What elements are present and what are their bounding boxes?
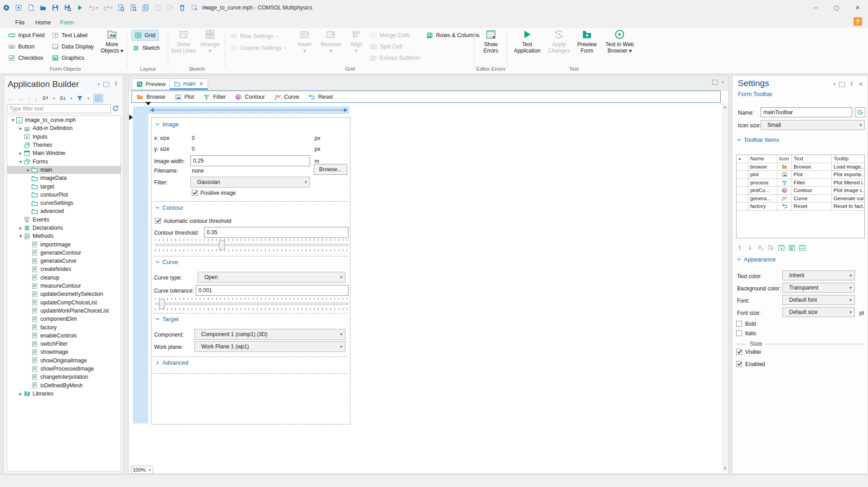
- input-field-button[interactable]: Input Field: [8, 30, 44, 41]
- tree-item-forms[interactable]: ▾Forms: [7, 157, 121, 165]
- row-handle[interactable]: [737, 187, 748, 195]
- float-panel-icon[interactable]: [839, 82, 845, 87]
- contour-threshold-slider[interactable]: [155, 239, 349, 251]
- panel-menu-caret-icon[interactable]: ▾: [97, 82, 100, 87]
- text-color-select[interactable]: Inherit ▾: [782, 270, 855, 280]
- item-icon-cell[interactable]: [777, 171, 792, 179]
- tree-item-createnodes[interactable]: createNodes: [7, 265, 121, 273]
- scroll-down-icon[interactable]: ▼: [723, 466, 727, 471]
- advanced-section-header[interactable]: Advanced: [155, 359, 189, 366]
- tree-item-imagedata[interactable]: imageData: [7, 174, 121, 182]
- expand-all-icon[interactable]: [42, 95, 49, 102]
- button-object-button[interactable]: OK Button: [8, 41, 34, 52]
- tree-item-updategeometryselection[interactable]: updateGeometrySelection: [7, 290, 121, 298]
- contour-toolbar-button[interactable]: Contour: [230, 91, 269, 102]
- grid-mode-button[interactable]: Grid: [131, 30, 159, 41]
- row-handle[interactable]: [737, 203, 748, 211]
- curve-tolerance-slider[interactable]: [155, 298, 349, 310]
- tab-preview[interactable]: Preview: [132, 78, 170, 90]
- reset-toolbar-button[interactable]: Reset: [304, 91, 338, 102]
- tab-main[interactable]: main ✕: [170, 78, 208, 90]
- item-name-cell[interactable]: process: [748, 179, 777, 187]
- show-in-model-builder-icon[interactable]: [93, 94, 103, 103]
- minimize-button[interactable]: ─: [805, 0, 826, 15]
- restore-editor-icon[interactable]: [712, 80, 718, 85]
- text-label-button[interactable]: T Text Label: [52, 30, 87, 41]
- item-text-cell[interactable]: Browse: [792, 163, 832, 171]
- item-text-cell[interactable]: Curve: [792, 195, 832, 203]
- item-tooltip-cell[interactable]: Plot importe...: [832, 171, 864, 179]
- tree-item-cleanup[interactable]: cleanup: [7, 274, 121, 282]
- preview-form-button[interactable]: Preview Form: [574, 29, 600, 54]
- toolbar-items-section-header[interactable]: Toolbar Items: [736, 136, 779, 143]
- tab-form[interactable]: Form: [57, 16, 77, 29]
- slider-track[interactable]: [155, 303, 349, 305]
- form-toolbar-widget[interactable]: BrowsePlotFilterContourCurveReset: [131, 91, 721, 103]
- tree-item-libraries[interactable]: ▸Libraries: [7, 390, 121, 398]
- enabled-checkbox[interactable]: [736, 361, 742, 367]
- row-settings-button[interactable]: Row Settings▾: [230, 31, 278, 42]
- item-text-cell[interactable]: Filter: [792, 179, 832, 187]
- tree-item-showprocessedimage[interactable]: showProcessedImage: [7, 365, 121, 373]
- curve-type-select[interactable]: Open ▾: [198, 272, 345, 283]
- new-file-button[interactable]: [27, 4, 34, 11]
- item-text-cell[interactable]: Contour: [792, 187, 832, 195]
- bold-checkbox[interactable]: [736, 321, 742, 327]
- duplicate-button[interactable]: [166, 4, 174, 11]
- item-name-cell[interactable]: factory: [748, 203, 777, 211]
- tree-item-main-window[interactable]: ▸Main Window: [7, 149, 121, 157]
- edit-row-button[interactable]: [767, 244, 775, 251]
- item-name-cell[interactable]: genera...: [748, 195, 777, 203]
- item-icon-cell[interactable]: [777, 203, 792, 211]
- pin-icon[interactable]: [113, 81, 119, 87]
- item-name-cell[interactable]: browse: [748, 163, 777, 171]
- visible-checkbox[interactable]: [736, 349, 742, 355]
- tree-item-target[interactable]: target: [7, 182, 121, 190]
- tree-item-themes[interactable]: Themes: [7, 141, 121, 149]
- tab-close-icon[interactable]: ✕: [199, 81, 204, 87]
- copy-button[interactable]: [142, 4, 149, 11]
- tree-filter-input[interactable]: Type filter text: [7, 104, 111, 113]
- form-play-button[interactable]: [778, 244, 785, 251]
- auto-threshold-checkbox[interactable]: [155, 218, 161, 224]
- scroll-up-icon[interactable]: ▲: [723, 105, 727, 109]
- zoom-control[interactable]: 100% ▾: [131, 466, 153, 474]
- plot-toolbar-button[interactable]: Plot: [170, 91, 199, 102]
- row-marker-icon[interactable]: [129, 115, 133, 120]
- tree-item-generatecurve[interactable]: generateCurve: [7, 257, 121, 265]
- item-text-cell[interactable]: Reset: [792, 203, 832, 211]
- contour-section-header[interactable]: Contour: [155, 204, 183, 211]
- contour-threshold-input[interactable]: 0.35: [204, 227, 349, 238]
- chevron-down-icon[interactable]: ▾: [10, 117, 16, 123]
- find-doc-button[interactable]: [117, 4, 125, 11]
- maximize-button[interactable]: ▢: [826, 0, 847, 15]
- redo-button[interactable]: ▾: [103, 4, 112, 11]
- filter-toolbar-button[interactable]: Filter: [199, 91, 230, 102]
- delete-row-button[interactable]: [757, 244, 764, 251]
- work-plane-select[interactable]: Work Plane 1 (wp1) ▾: [194, 341, 345, 352]
- slider-handle[interactable]: [219, 240, 225, 250]
- curve-section-header[interactable]: Curve: [155, 259, 178, 265]
- item-icon-cell[interactable]: [777, 187, 792, 195]
- icon-size-select[interactable]: Small ▾: [761, 120, 865, 130]
- split-cell-button[interactable]: Split Cell: [370, 41, 402, 52]
- forward-arrow-icon[interactable]: →: [18, 95, 24, 102]
- row-handle[interactable]: [737, 195, 748, 203]
- chevron-right-icon[interactable]: ▸: [25, 167, 31, 173]
- slider-handle[interactable]: [159, 299, 165, 309]
- tree-item-curvesettings[interactable]: curveSettings: [7, 199, 121, 207]
- positive-image-checkbox[interactable]: [192, 190, 198, 196]
- chevron-right-icon[interactable]: ▸: [18, 125, 24, 131]
- show-grid-lines-button[interactable]: 1.23 Show Grid Lines: [170, 29, 197, 54]
- column-marker-icon[interactable]: [145, 102, 151, 106]
- close-button[interactable]: ✕: [847, 0, 868, 15]
- tree-item-switchfilter[interactable]: switchFilter: [7, 340, 121, 348]
- target-section-header[interactable]: Target: [155, 316, 179, 323]
- move-up-icon[interactable]: ↑: [28, 95, 31, 102]
- form-check-button[interactable]: [788, 244, 795, 251]
- tree-item-measurecontour[interactable]: measureContour: [7, 282, 121, 290]
- font-size-select[interactable]: Default size ▾: [782, 307, 855, 317]
- row-handle[interactable]: [737, 171, 748, 179]
- component-select[interactable]: Component 1 (comp1) (3D) ▾: [194, 329, 345, 340]
- tree-item-image-to-curve-mph[interactable]: ▾Aimage_to_curve.mph: [7, 116, 121, 124]
